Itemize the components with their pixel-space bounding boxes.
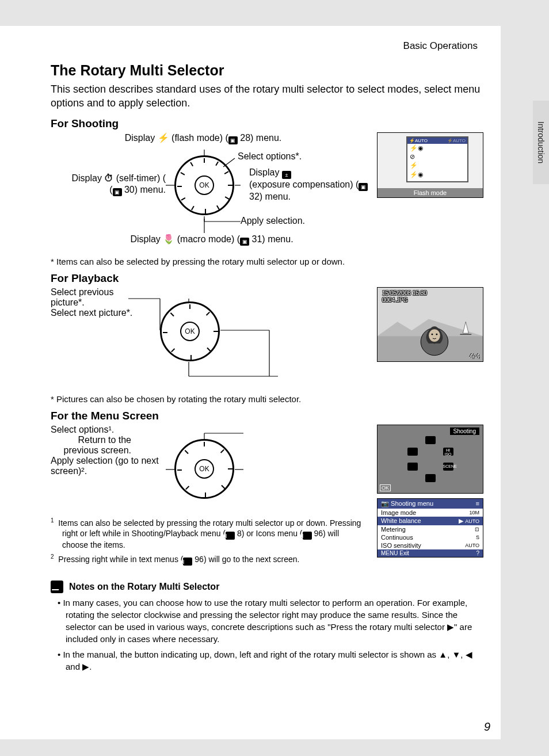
ok-indicator: OK bbox=[380, 484, 391, 491]
notes-title: Notes on the Rotary Multi Selector bbox=[69, 582, 219, 592]
flash-mode-thumbnail: ⚡AUTO⚡AUTO ⚡◉ ⊘ ⚡ ⚡◉ Flash mode bbox=[377, 132, 483, 198]
label-select-options: Select options¹. bbox=[51, 425, 365, 435]
heading-shooting: For Shooting bbox=[51, 117, 483, 130]
movie-icon bbox=[407, 463, 418, 471]
rotary-dial-icon bbox=[174, 155, 234, 215]
page-title: The Rotary Multi Selector bbox=[51, 62, 483, 79]
mic-icon bbox=[425, 474, 436, 482]
notes-icon bbox=[51, 581, 63, 593]
self-timer-icon: ⏱ bbox=[104, 173, 113, 183]
label-prev-picture: Select previous picture*. bbox=[51, 287, 125, 308]
menu-diagram: Select options¹. Return to the previous … bbox=[51, 425, 365, 517]
label-self-timer: Display ⏱ (self-timer) ((▣ 30) menu. bbox=[19, 173, 166, 196]
label-exposure-comp: Display ± (exposure compensation) (▣ 32)… bbox=[249, 167, 370, 203]
menu-footnote-2: 2 Pressing right while in text menus (▣ … bbox=[62, 553, 365, 566]
page-ref-icon: ▣ bbox=[113, 188, 122, 196]
svg-point-20 bbox=[429, 329, 440, 342]
hi-iso-icon: HIISO bbox=[443, 448, 453, 456]
heading-menu: For the Menu Screen bbox=[51, 410, 483, 422]
page-number: 9 bbox=[484, 720, 490, 734]
playback-meta: 15/05/2008 15:300004.JPG bbox=[382, 290, 427, 304]
macro-icon: 🌷 bbox=[163, 234, 174, 244]
smile-icon bbox=[407, 448, 418, 456]
page-ref-icon: ▣ bbox=[240, 238, 249, 246]
intro-text: This section describes standard uses of … bbox=[51, 82, 483, 110]
menu-footnote-1: 1 Items can also be selected by pressing… bbox=[62, 517, 365, 551]
playback-footnote: * Pictures can also be chosen by rotatin… bbox=[51, 394, 483, 404]
label-macro-mode: Display 🌷 (macro mode) (▣ 31) menu. bbox=[94, 234, 330, 246]
thumbnail-caption: Flash mode bbox=[378, 188, 483, 197]
heading-playback: For Playback bbox=[51, 272, 483, 285]
note-bullet-2: In the manual, the button indicating up,… bbox=[66, 648, 483, 673]
side-tab-label: Introduction bbox=[536, 121, 546, 163]
shooting-footnote: * Items can also be selected by pressing… bbox=[51, 257, 483, 266]
playback-diagram: Select previous picture*. Select next pi… bbox=[51, 287, 365, 391]
camera-icon bbox=[425, 436, 436, 444]
label-apply-selection: Apply selection. bbox=[241, 215, 305, 227]
page-ref-icon: ▣ bbox=[228, 136, 238, 144]
rotary-dial-icon bbox=[174, 439, 234, 499]
page-content: Basic Operations The Rotary Multi Select… bbox=[0, 26, 501, 739]
shooting-diagram: Display ⚡ (flash mode) (▣ 28) menu. Sele… bbox=[51, 132, 365, 253]
page-ref-icon: ▣ bbox=[303, 532, 312, 540]
side-tab-introduction: Introduction bbox=[533, 101, 549, 184]
label-select-options: Select options*. bbox=[238, 151, 302, 162]
note-bullet-1: In many cases, you can choose how to use… bbox=[66, 597, 483, 645]
svg-point-22 bbox=[436, 333, 437, 335]
page-ref-icon: ▣ bbox=[226, 532, 235, 540]
page-ref-icon: ▣ bbox=[359, 183, 368, 191]
label-flash-mode: Display ⚡ (flash mode) (▣ 28) menu. bbox=[105, 132, 301, 144]
flash-icon: ⚡ bbox=[158, 133, 169, 143]
playback-counter: 4/ 4 bbox=[470, 353, 479, 360]
rotary-dial-icon bbox=[160, 301, 220, 361]
shooting-mode-thumbnail: Shooting HIISO SCENE OK bbox=[377, 425, 483, 494]
breadcrumb: Basic Operations bbox=[51, 40, 478, 52]
scene-icon: SCENE bbox=[443, 463, 453, 471]
exposure-icon: ± bbox=[282, 171, 291, 179]
page-ref-icon: ▣ bbox=[183, 558, 192, 566]
label-return-prev: Return to the previous screen. bbox=[51, 435, 131, 456]
playback-thumbnail: 15/05/2008 15:300004.JPG 4/ 4 bbox=[377, 287, 483, 362]
shooting-menu-thumbnail: 📷 Shooting menu≡ Image mode10M White bal… bbox=[377, 498, 483, 558]
svg-point-21 bbox=[431, 333, 433, 335]
label-apply-next: Apply selection (go to next screen)². bbox=[51, 456, 166, 476]
